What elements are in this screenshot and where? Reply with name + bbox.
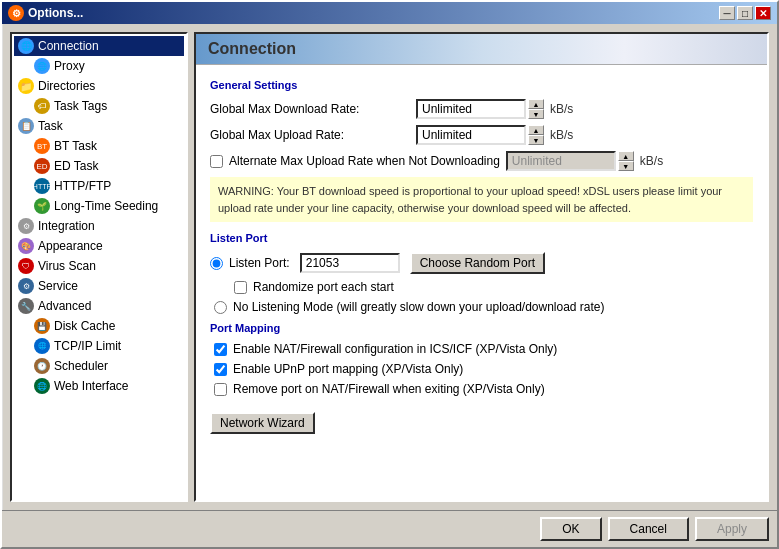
scheduler-icon: 🕐 (34, 358, 50, 374)
download-rate-input[interactable] (416, 99, 526, 119)
upload-rate-label: Global Max Upload Rate: (210, 128, 410, 142)
sidebar-label-scheduler: Scheduler (54, 359, 108, 373)
titlebar: ⚙ Options... ─ □ ✕ (2, 2, 777, 24)
alternate-upload-input[interactable] (506, 151, 616, 171)
enable-nat-checkbox[interactable] (214, 343, 227, 356)
appearance-icon: 🎨 (18, 238, 34, 254)
upload-rate-input[interactable] (416, 125, 526, 145)
sidebar-item-advanced[interactable]: 🔧 Advanced (14, 296, 184, 316)
no-listening-label: No Listening Mode (will greatly slow dow… (233, 300, 605, 314)
globe-icon-proxy: 🌐 (34, 58, 50, 74)
warning-text: WARNING: Your BT download speed is propo… (210, 177, 753, 222)
options-window: ⚙ Options... ─ □ ✕ 🌐 Connection 🌐 Proxy … (0, 0, 779, 549)
choose-random-port-button[interactable]: Choose Random Port (410, 252, 545, 274)
maximize-button[interactable]: □ (737, 6, 753, 20)
sidebar-item-bt-task[interactable]: BT BT Task (14, 136, 184, 156)
sidebar-label-virus-scan: Virus Scan (38, 259, 96, 273)
sidebar-label-proxy: Proxy (54, 59, 85, 73)
sidebar-label-task-tags: Task Tags (54, 99, 107, 113)
apply-button[interactable]: Apply (695, 517, 769, 541)
sidebar-label-web-interface: Web Interface (54, 379, 128, 393)
sidebar-item-task[interactable]: 📋 Task (14, 116, 184, 136)
listen-port-radio-label: Listen Port: (229, 256, 290, 270)
sidebar-item-seeding[interactable]: 🌱 Long-Time Seeding (14, 196, 184, 216)
sidebar-item-directories[interactable]: 📁 Directories (14, 76, 184, 96)
port-mapping-section: Port Mapping Enable NAT/Firewall configu… (210, 322, 753, 396)
sidebar: 🌐 Connection 🌐 Proxy 📁 Directories 🏷 Tas… (10, 32, 188, 502)
sidebar-label-disk-cache: Disk Cache (54, 319, 115, 333)
upload-unit: kB/s (550, 128, 573, 142)
tcp-icon: 🌐 (34, 338, 50, 354)
alternate-spin-up[interactable]: ▲ (618, 151, 634, 161)
download-unit: kB/s (550, 102, 573, 116)
remove-port-row: Remove port on NAT/Firewall when exiting… (210, 382, 753, 396)
sidebar-item-virus-scan[interactable]: 🛡 Virus Scan (14, 256, 184, 276)
no-listening-radio[interactable] (214, 301, 227, 314)
sidebar-label-connection: Connection (38, 39, 99, 53)
download-spin-down[interactable]: ▼ (528, 109, 544, 119)
alternate-input-group: ▲ ▼ (506, 151, 634, 171)
randomize-checkbox[interactable] (234, 281, 247, 294)
sidebar-item-service[interactable]: ⚙ Service (14, 276, 184, 296)
cancel-button[interactable]: Cancel (608, 517, 689, 541)
advanced-icon: 🔧 (18, 298, 34, 314)
web-icon: 🌐 (34, 378, 50, 394)
alternate-spin-down[interactable]: ▼ (618, 161, 634, 171)
enable-nat-row: Enable NAT/Firewall configuration in ICS… (210, 342, 753, 356)
alternate-upload-checkbox[interactable] (210, 155, 223, 168)
upload-spin-down[interactable]: ▼ (528, 135, 544, 145)
port-mapping-label: Port Mapping (210, 322, 753, 334)
sidebar-item-web-interface[interactable]: 🌐 Web Interface (14, 376, 184, 396)
sidebar-item-ed-task[interactable]: ED ED Task (14, 156, 184, 176)
general-settings-label: General Settings (210, 79, 753, 91)
main-content: 🌐 Connection 🌐 Proxy 📁 Directories 🏷 Tas… (2, 24, 777, 510)
sidebar-label-service: Service (38, 279, 78, 293)
randomize-row: Randomize port each start (210, 280, 753, 294)
enable-upnp-checkbox[interactable] (214, 363, 227, 376)
download-spin-up[interactable]: ▲ (528, 99, 544, 109)
window-icon: ⚙ (8, 5, 24, 21)
download-rate-row: Global Max Download Rate: ▲ ▼ kB/s (210, 99, 753, 119)
enable-upnp-row: Enable UPnP port mapping (XP/Vista Only) (210, 362, 753, 376)
upload-rate-input-group: ▲ ▼ (416, 125, 544, 145)
close-button[interactable]: ✕ (755, 6, 771, 20)
virus-icon: 🛡 (18, 258, 34, 274)
upload-spinner[interactable]: ▲ ▼ (528, 125, 544, 145)
enable-upnp-label: Enable UPnP port mapping (XP/Vista Only) (233, 362, 463, 376)
sidebar-item-proxy[interactable]: 🌐 Proxy (14, 56, 184, 76)
sidebar-item-http-ftp[interactable]: HTTP HTTP/FTP (14, 176, 184, 196)
download-spinner[interactable]: ▲ ▼ (528, 99, 544, 119)
sidebar-item-connection[interactable]: 🌐 Connection (14, 36, 184, 56)
sidebar-label-advanced: Advanced (38, 299, 91, 313)
service-icon: ⚙ (18, 278, 34, 294)
ftp-icon: HTTP (34, 178, 50, 194)
sidebar-item-integration[interactable]: ⚙ Integration (14, 216, 184, 236)
remove-port-label: Remove port on NAT/Firewall when exiting… (233, 382, 545, 396)
seed-icon: 🌱 (34, 198, 50, 214)
disk-icon: 💾 (34, 318, 50, 334)
sidebar-label-appearance: Appearance (38, 239, 103, 253)
sidebar-item-task-tags[interactable]: 🏷 Task Tags (14, 96, 184, 116)
sidebar-label-tcp-limit: TCP/IP Limit (54, 339, 121, 353)
bt-icon: BT (34, 138, 50, 154)
alternate-spinner[interactable]: ▲ ▼ (618, 151, 634, 171)
sidebar-item-appearance[interactable]: 🎨 Appearance (14, 236, 184, 256)
remove-port-checkbox[interactable] (214, 383, 227, 396)
panel-body: General Settings Global Max Download Rat… (196, 65, 767, 500)
network-wizard-button[interactable]: Network Wizard (210, 412, 315, 434)
sidebar-label-task: Task (38, 119, 63, 133)
minimize-button[interactable]: ─ (719, 6, 735, 20)
upload-spin-up[interactable]: ▲ (528, 125, 544, 135)
network-wizard-container: Network Wizard (210, 412, 753, 434)
right-panel: Connection General Settings Global Max D… (194, 32, 769, 502)
sidebar-item-tcp-limit[interactable]: 🌐 TCP/IP Limit (14, 336, 184, 356)
sidebar-item-scheduler[interactable]: 🕐 Scheduler (14, 356, 184, 376)
listen-port-input[interactable] (300, 253, 400, 273)
ok-button[interactable]: OK (540, 517, 601, 541)
sidebar-label-directories: Directories (38, 79, 95, 93)
download-rate-input-group: ▲ ▼ (416, 99, 544, 119)
listen-port-radio[interactable] (210, 257, 223, 270)
sidebar-item-disk-cache[interactable]: 💾 Disk Cache (14, 316, 184, 336)
titlebar-left: ⚙ Options... (8, 5, 83, 21)
task-icon: 📋 (18, 118, 34, 134)
